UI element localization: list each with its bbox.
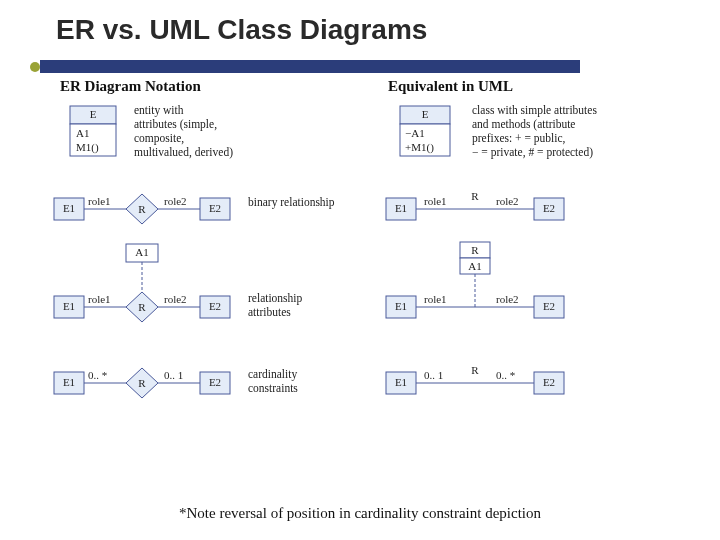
svg-text:attributes (simple,: attributes (simple, bbox=[134, 118, 217, 131]
svg-text:entity with: entity with bbox=[134, 104, 184, 117]
svg-text:A1: A1 bbox=[135, 246, 148, 258]
svg-text:E1: E1 bbox=[63, 300, 75, 312]
svg-text:E2: E2 bbox=[209, 376, 221, 388]
er-binary: E1 role1 R role2 E2 binary relationship bbox=[54, 194, 335, 224]
svg-text:attributes: attributes bbox=[248, 306, 291, 318]
svg-text:− = private, # = protected): − = private, # = protected) bbox=[472, 146, 593, 159]
svg-text:relationship: relationship bbox=[248, 292, 303, 305]
title-underline bbox=[40, 60, 580, 73]
svg-text:0.. *: 0.. * bbox=[88, 369, 107, 381]
svg-text:cardinality: cardinality bbox=[248, 368, 297, 381]
svg-text:R: R bbox=[138, 301, 146, 313]
svg-text:role1: role1 bbox=[88, 293, 111, 305]
footnote: *Note reversal of position in cardinalit… bbox=[0, 505, 720, 522]
er-entity-a1: A1 bbox=[76, 127, 89, 139]
er-relattr: A1 E1 role1 R role2 E2 relationship attr… bbox=[54, 244, 303, 322]
svg-text:prefixes: + = public,: prefixes: + = public, bbox=[472, 132, 566, 145]
diagram-canvas: E A1 M1() entity with attributes (simple… bbox=[0, 82, 720, 502]
svg-text:constraints: constraints bbox=[248, 382, 298, 394]
er-entity-a2: M1() bbox=[76, 141, 99, 154]
er-entity-name: E bbox=[90, 108, 97, 120]
svg-text:E1: E1 bbox=[395, 300, 407, 312]
uml-class-name: E bbox=[422, 108, 429, 120]
svg-text:R: R bbox=[138, 377, 146, 389]
svg-text:0.. *: 0.. * bbox=[496, 369, 515, 381]
uml-class-desc: class with simple attributes and methods… bbox=[472, 104, 597, 159]
svg-text:R: R bbox=[471, 364, 479, 376]
svg-text:0.. 1: 0.. 1 bbox=[164, 369, 183, 381]
er-cardinality: E1 0.. * R 0.. 1 E2 cardinality constrai… bbox=[54, 368, 298, 398]
svg-text:binary relationship: binary relationship bbox=[248, 196, 335, 209]
svg-text:E2: E2 bbox=[543, 376, 555, 388]
svg-text:E2: E2 bbox=[209, 202, 221, 214]
svg-text:role2: role2 bbox=[496, 293, 519, 305]
svg-text:role1: role1 bbox=[424, 195, 447, 207]
uml-class-box: E −A1 +M1() bbox=[400, 106, 450, 156]
svg-text:role1: role1 bbox=[88, 195, 111, 207]
uml-binary: E1 role1 R role2 E2 bbox=[386, 190, 564, 220]
page-title: ER vs. UML Class Diagrams bbox=[0, 0, 720, 54]
svg-text:A1: A1 bbox=[468, 260, 481, 272]
er-entity-box: E A1 M1() bbox=[70, 106, 116, 156]
svg-text:E1: E1 bbox=[395, 202, 407, 214]
svg-text:E2: E2 bbox=[209, 300, 221, 312]
uml-class-a1: −A1 bbox=[405, 127, 425, 139]
svg-text:R: R bbox=[138, 203, 146, 215]
title-bullet bbox=[30, 62, 40, 72]
uml-relattr: R A1 E1 role1 role2 E2 bbox=[386, 242, 564, 318]
svg-text:role2: role2 bbox=[496, 195, 519, 207]
uml-cardinality: E1 0.. 1 R 0.. * E2 bbox=[386, 364, 564, 394]
svg-text:E1: E1 bbox=[395, 376, 407, 388]
er-entity-desc: entity with attributes (simple, composit… bbox=[134, 104, 233, 159]
svg-text:role1: role1 bbox=[424, 293, 447, 305]
svg-text:class with simple attributes: class with simple attributes bbox=[472, 104, 597, 117]
svg-text:role2: role2 bbox=[164, 195, 187, 207]
svg-text:E1: E1 bbox=[63, 376, 75, 388]
svg-text:E2: E2 bbox=[543, 300, 555, 312]
svg-text:role2: role2 bbox=[164, 293, 187, 305]
svg-text:E2: E2 bbox=[543, 202, 555, 214]
svg-text:E1: E1 bbox=[63, 202, 75, 214]
uml-class-a2: +M1() bbox=[405, 141, 434, 154]
svg-text:0.. 1: 0.. 1 bbox=[424, 369, 443, 381]
svg-text:multivalued, derived): multivalued, derived) bbox=[134, 146, 233, 159]
svg-text:R: R bbox=[471, 190, 479, 202]
svg-text:and methods (attribute: and methods (attribute bbox=[472, 118, 575, 131]
svg-text:composite,: composite, bbox=[134, 132, 184, 145]
svg-text:R: R bbox=[471, 244, 479, 256]
